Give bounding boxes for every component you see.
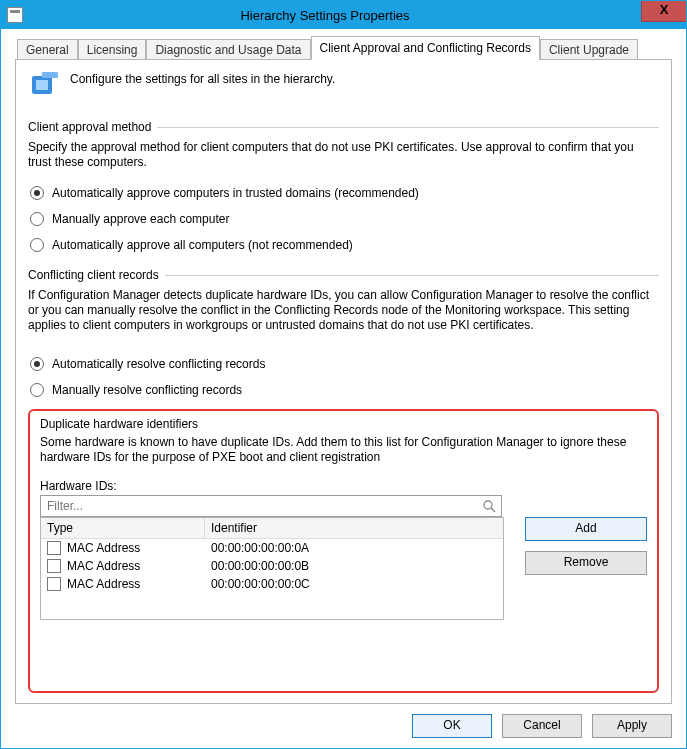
intro-text: Configure the settings for all sites in … bbox=[70, 70, 335, 86]
type-text: MAC Address bbox=[67, 559, 140, 573]
client-area: General Licensing Diagnostic and Usage D… bbox=[1, 29, 686, 748]
duplicate-desc: Some hardware is known to have duplicate… bbox=[40, 435, 647, 465]
row-checkbox[interactable] bbox=[47, 559, 61, 573]
radio-icon bbox=[30, 357, 44, 371]
apply-button[interactable]: Apply bbox=[592, 714, 672, 738]
svg-line-4 bbox=[491, 508, 495, 512]
conflict-desc: If Configuration Manager detects duplica… bbox=[28, 288, 659, 333]
radio-approve-trusted[interactable]: Automatically approve computers in trust… bbox=[28, 186, 659, 200]
search-icon[interactable] bbox=[482, 499, 496, 513]
cell-type: MAC Address bbox=[41, 577, 205, 591]
filter-wrap bbox=[40, 495, 502, 517]
hardware-ids-label: Hardware IDs: bbox=[40, 479, 647, 493]
divider bbox=[157, 127, 659, 128]
grid-body[interactable]: MAC Address00:00:00:00:00:0AMAC Address0… bbox=[41, 539, 503, 619]
radio-label: Manually resolve conflicting records bbox=[52, 383, 242, 397]
radio-label: Automatically resolve conflicting record… bbox=[52, 357, 265, 371]
radio-label: Manually approve each computer bbox=[52, 212, 229, 226]
radio-approve-manual[interactable]: Manually approve each computer bbox=[28, 212, 659, 226]
sysmenu-icon[interactable] bbox=[7, 7, 23, 23]
cell-identifier: 00:00:00:00:00:0B bbox=[205, 559, 503, 573]
group-approval-heading: Client approval method bbox=[28, 120, 659, 134]
table-row[interactable]: MAC Address00:00:00:00:00:0B bbox=[41, 557, 503, 575]
tab-strip: General Licensing Diagnostic and Usage D… bbox=[15, 37, 672, 59]
row-checkbox[interactable] bbox=[47, 541, 61, 555]
grid-wrap: Type Identifier MAC Address00:00:00:00:0… bbox=[40, 495, 502, 620]
type-text: MAC Address bbox=[67, 577, 140, 591]
approval-desc: Specify the approval method for client c… bbox=[28, 140, 659, 170]
svg-rect-1 bbox=[36, 80, 48, 90]
radio-icon bbox=[30, 186, 44, 200]
table-row[interactable]: MAC Address00:00:00:00:00:0A bbox=[41, 539, 503, 557]
table-row[interactable]: MAC Address00:00:00:00:00:0C bbox=[41, 575, 503, 593]
window-title: Hierarchy Settings Properties bbox=[9, 8, 641, 23]
hierarchy-icon bbox=[28, 70, 60, 102]
radio-approve-all[interactable]: Automatically approve all computers (not… bbox=[28, 238, 659, 252]
intro-row: Configure the settings for all sites in … bbox=[28, 70, 659, 102]
radio-conflict-auto[interactable]: Automatically resolve conflicting record… bbox=[28, 357, 659, 371]
tab-client-upgrade[interactable]: Client Upgrade bbox=[540, 39, 638, 60]
radio-icon bbox=[30, 383, 44, 397]
divider bbox=[165, 275, 659, 276]
group-conflict-heading: Conflicting client records bbox=[28, 268, 659, 282]
tab-diagnostic[interactable]: Diagnostic and Usage Data bbox=[146, 39, 310, 60]
tab-client-approval[interactable]: Client Approval and Conflicting Records bbox=[311, 36, 540, 60]
filter-input[interactable] bbox=[40, 495, 502, 517]
cell-identifier: 00:00:00:00:00:0C bbox=[205, 577, 503, 591]
tab-panel: Configure the settings for all sites in … bbox=[15, 59, 672, 704]
grid-and-buttons: Type Identifier MAC Address00:00:00:00:0… bbox=[40, 495, 647, 620]
duplicate-heading: Duplicate hardware identifiers bbox=[40, 417, 647, 431]
col-identifier[interactable]: Identifier bbox=[205, 518, 503, 538]
radio-label: Automatically approve computers in trust… bbox=[52, 186, 419, 200]
row-checkbox[interactable] bbox=[47, 577, 61, 591]
type-text: MAC Address bbox=[67, 541, 140, 555]
cell-type: MAC Address bbox=[41, 559, 205, 573]
hardware-ids-grid[interactable]: Type Identifier MAC Address00:00:00:00:0… bbox=[40, 517, 504, 620]
grid-header[interactable]: Type Identifier bbox=[41, 517, 503, 539]
tab-general[interactable]: General bbox=[17, 39, 78, 60]
remove-button[interactable]: Remove bbox=[525, 551, 647, 575]
radio-conflict-manual[interactable]: Manually resolve conflicting records bbox=[28, 383, 659, 397]
radio-icon bbox=[30, 212, 44, 226]
cancel-button[interactable]: Cancel bbox=[502, 714, 582, 738]
dialog-buttons: OK Cancel Apply bbox=[15, 704, 672, 738]
cell-identifier: 00:00:00:00:00:0A bbox=[205, 541, 503, 555]
dialog-window: Hierarchy Settings Properties X General … bbox=[0, 0, 687, 749]
titlebar[interactable]: Hierarchy Settings Properties X bbox=[1, 1, 686, 29]
add-button[interactable]: Add bbox=[525, 517, 647, 541]
svg-point-3 bbox=[484, 501, 492, 509]
duplicate-hwid-section: Duplicate hardware identifiers Some hard… bbox=[28, 409, 659, 693]
radio-icon bbox=[30, 238, 44, 252]
svg-rect-2 bbox=[42, 72, 58, 78]
radio-label: Automatically approve all computers (not… bbox=[52, 238, 353, 252]
close-icon: X bbox=[660, 2, 669, 17]
ok-button[interactable]: OK bbox=[412, 714, 492, 738]
tab-licensing[interactable]: Licensing bbox=[78, 39, 147, 60]
cell-type: MAC Address bbox=[41, 541, 205, 555]
side-buttons: Add Remove bbox=[512, 495, 647, 575]
col-type[interactable]: Type bbox=[41, 518, 205, 538]
close-button[interactable]: X bbox=[641, 1, 686, 22]
